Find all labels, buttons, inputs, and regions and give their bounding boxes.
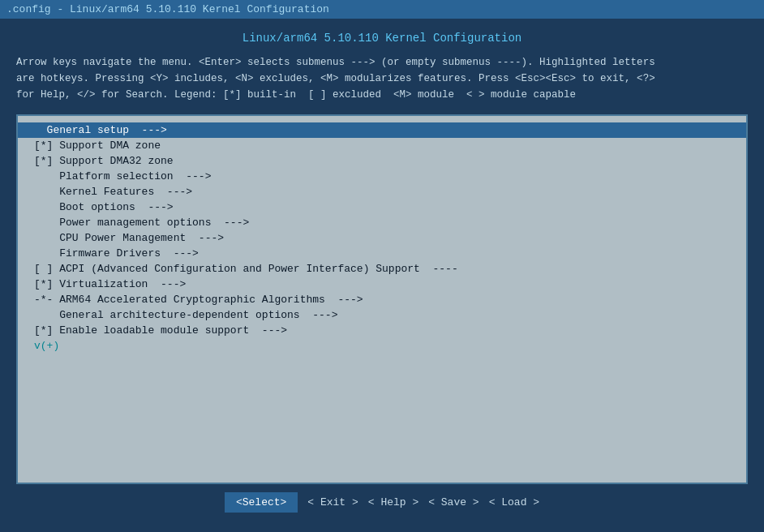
exit-button[interactable]: < Exit >	[307, 496, 358, 508]
menu-item-kernel-features[interactable]: Kernel Features --->	[18, 184, 746, 200]
menu-item-general-setup[interactable]: General setup --->	[18, 122, 746, 138]
bottom-bar: <Select> < Exit > < Help > < Save > < Lo…	[16, 484, 748, 524]
menu-item-arch-options[interactable]: General architecture-dependent options -…	[18, 307, 746, 323]
menu-item-platform-selection[interactable]: Platform selection --->	[18, 169, 746, 184]
menu-item-firmware-drivers[interactable]: Firmware Drivers --->	[18, 246, 746, 261]
config-title: Linux/arm64 5.10.110 Kernel Configuratio…	[16, 32, 748, 45]
menu-box[interactable]: General setup --->[*] Support DMA zone[*…	[16, 114, 748, 484]
title-bar-text: .config - Linux/arm64 5.10.110 Kernel Co…	[6, 3, 329, 15]
select-button[interactable]: <Select>	[225, 492, 298, 513]
main-content: Linux/arm64 5.10.110 Kernel Configuratio…	[0, 19, 764, 532]
menu-item-acpi[interactable]: [ ] ACPI (Advanced Configuration and Pow…	[18, 261, 746, 277]
help-text: Arrow keys navigate the menu. <Enter> se…	[16, 54, 748, 103]
menu-item-virtualization[interactable]: [*] Virtualization --->	[18, 277, 746, 292]
load-button[interactable]: < Load >	[489, 496, 539, 508]
menu-item-support-dma-zone[interactable]: [*] Support DMA zone	[18, 138, 746, 153]
button-row: <Select> < Exit > < Help > < Save > < Lo…	[225, 492, 539, 513]
menu-item-loadable-module[interactable]: [*] Enable loadable module support --->	[18, 323, 746, 338]
help-button[interactable]: < Help >	[368, 496, 418, 508]
menu-item-boot-options[interactable]: Boot options --->	[18, 200, 746, 215]
menu-item-support-dma32-zone[interactable]: [*] Support DMA32 zone	[18, 153, 746, 169]
menu-item-cpu-power-management[interactable]: CPU Power Management --->	[18, 230, 746, 246]
terminal-window: .config - Linux/arm64 5.10.110 Kernel Co…	[0, 0, 764, 532]
menu-item-v-plus[interactable]: v(+)	[18, 338, 746, 354]
title-bar: .config - Linux/arm64 5.10.110 Kernel Co…	[0, 0, 764, 19]
save-button[interactable]: < Save >	[428, 496, 479, 508]
menu-item-power-management[interactable]: Power management options --->	[18, 215, 746, 230]
menu-item-arm64-crypto[interactable]: -*- ARM64 Accelerated Cryptographic Algo…	[18, 292, 746, 307]
